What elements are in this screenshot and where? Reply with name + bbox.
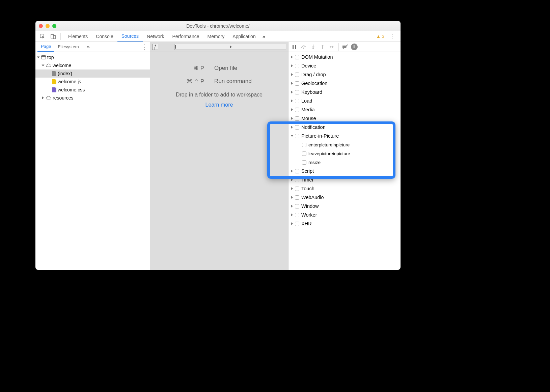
window-title: DevTools - chrome://welcome/	[35, 23, 401, 29]
step-out-button[interactable]	[319, 43, 326, 51]
editor-area: ⌘ P Open file ⌘ ⇧ P Run command Drop in …	[150, 42, 288, 270]
deactivate-breakpoints-button[interactable]	[341, 43, 349, 51]
collapse-debugger-button[interactable]	[174, 44, 286, 50]
checkbox[interactable]	[295, 99, 299, 103]
expand-icon	[42, 96, 44, 99]
breakpoint-category[interactable]: WebAudio	[288, 193, 401, 202]
devtools-window: DevTools - chrome://welcome/ ElementsCon…	[35, 21, 401, 270]
expand-icon	[37, 57, 40, 58]
category-label: Drag / drop	[301, 72, 326, 77]
tree-node-top[interactable]: top	[35, 53, 150, 61]
event-label: leavepictureinpicture	[308, 151, 350, 156]
breakpoint-category[interactable]: Drag / drop	[288, 70, 401, 79]
step-over-button[interactable]	[300, 43, 307, 51]
tab-console[interactable]: Console	[92, 31, 117, 41]
breakpoint-category[interactable]: Media	[288, 105, 401, 114]
pause-script-button[interactable]	[291, 43, 298, 51]
category-label: Window	[301, 203, 319, 209]
collapse-navigator-button[interactable]	[152, 44, 158, 50]
breakpoint-category[interactable]: DOM Mutation	[288, 53, 401, 61]
checkbox[interactable]	[295, 178, 299, 182]
warning-icon: ▲	[376, 34, 381, 39]
breakpoint-event[interactable]: resize	[288, 158, 401, 167]
checkbox[interactable]	[295, 64, 299, 68]
expand-icon	[291, 196, 293, 199]
checkbox[interactable]	[302, 160, 306, 165]
breakpoint-category[interactable]: Script	[288, 167, 401, 175]
checkbox[interactable]	[295, 195, 299, 200]
learn-more-link[interactable]: Learn more	[205, 102, 233, 108]
expand-icon	[291, 56, 293, 58]
breakpoint-category[interactable]: XHR	[288, 219, 401, 228]
more-tabs-button[interactable]: »	[260, 33, 268, 39]
navigator-menu-button[interactable]: ⋮	[140, 43, 150, 51]
more-navigator-tabs[interactable]: »	[84, 44, 92, 50]
breakpoint-category[interactable]: Notification	[288, 123, 401, 132]
step-into-button[interactable]	[309, 43, 317, 51]
breakpoint-category[interactable]: Geolocation	[288, 79, 401, 88]
checkbox[interactable]	[295, 204, 299, 208]
breakpoint-category[interactable]: Picture-in-Picture	[288, 132, 401, 140]
expand-icon	[291, 100, 293, 102]
expand-icon	[291, 170, 293, 172]
tree-node-welcome[interactable]: welcome	[35, 61, 150, 69]
tab-performance[interactable]: Performance	[168, 31, 203, 41]
breakpoint-category[interactable]: Worker	[288, 211, 401, 219]
checkbox[interactable]	[295, 55, 299, 59]
tree-node-welcome-js[interactable]: welcome.js	[35, 78, 150, 86]
device-toolbar-icon[interactable]	[50, 33, 57, 40]
css-file-icon	[52, 87, 56, 92]
breakpoint-category[interactable]: Window	[288, 202, 401, 211]
filesystem-tab[interactable]: Filesystem	[54, 42, 82, 52]
checkbox[interactable]	[295, 222, 299, 226]
checkbox[interactable]	[302, 151, 306, 156]
expand-icon	[291, 108, 293, 111]
tab-sources[interactable]: Sources	[117, 31, 143, 41]
svg-rect-3	[293, 45, 294, 49]
breakpoint-event[interactable]: leavepictureinpicture	[288, 149, 401, 158]
breakpoint-category[interactable]: Device	[288, 61, 401, 70]
page-tab[interactable]: Page	[37, 42, 54, 52]
inspect-element-icon[interactable]	[39, 33, 46, 40]
devtools-menu-button[interactable]: ⋮	[387, 33, 397, 40]
checkbox[interactable]	[295, 90, 299, 94]
tree-node-resources[interactable]: resources	[35, 94, 150, 102]
tab-elements[interactable]: Elements	[64, 31, 92, 41]
checkbox[interactable]	[295, 213, 299, 217]
breakpoint-event[interactable]: enterpictureinpicture	[288, 140, 401, 149]
checkbox[interactable]	[302, 143, 306, 147]
breakpoint-category[interactable]: Touch	[288, 184, 401, 193]
tab-application[interactable]: Application	[228, 31, 260, 41]
category-label: Media	[301, 107, 315, 112]
tree-node-welcome-css[interactable]: welcome.css	[35, 86, 150, 94]
document-icon	[52, 71, 56, 76]
breakpoint-category[interactable]: Keyboard	[288, 88, 401, 96]
breakpoint-category[interactable]: Mouse	[288, 114, 401, 123]
zoom-window-button[interactable]	[52, 24, 56, 28]
checkbox[interactable]	[295, 73, 299, 77]
checkbox[interactable]	[295, 187, 299, 191]
debugger-panel: II DOM MutationDeviceDrag / dropGeolocat…	[288, 42, 401, 270]
category-label: WebAudio	[301, 195, 324, 200]
close-window-button[interactable]	[39, 24, 43, 28]
tree-node-index[interactable]: (index)	[35, 69, 150, 78]
shortcut-hints: ⌘ P Open file ⌘ ⇧ P Run command	[187, 65, 251, 85]
pause-on-exceptions-button[interactable]: II	[351, 44, 358, 50]
step-button[interactable]	[328, 43, 336, 51]
checkbox[interactable]	[295, 116, 299, 121]
expand-icon	[291, 135, 294, 137]
breakpoint-category[interactable]: Load	[288, 96, 401, 105]
checkbox[interactable]	[295, 169, 299, 173]
category-label: Touch	[301, 186, 314, 191]
checkbox[interactable]	[295, 125, 299, 130]
tab-memory[interactable]: Memory	[203, 31, 229, 41]
checkbox[interactable]	[295, 108, 299, 112]
checkbox[interactable]	[295, 81, 299, 86]
tab-network[interactable]: Network	[143, 31, 168, 41]
breakpoint-category[interactable]: Timer	[288, 175, 401, 184]
category-label: DOM Mutation	[301, 54, 333, 60]
checkbox[interactable]	[295, 134, 299, 138]
warnings-badge[interactable]: ▲ 3	[374, 34, 387, 39]
minimize-window-button[interactable]	[46, 24, 50, 28]
svg-point-11	[330, 46, 331, 48]
